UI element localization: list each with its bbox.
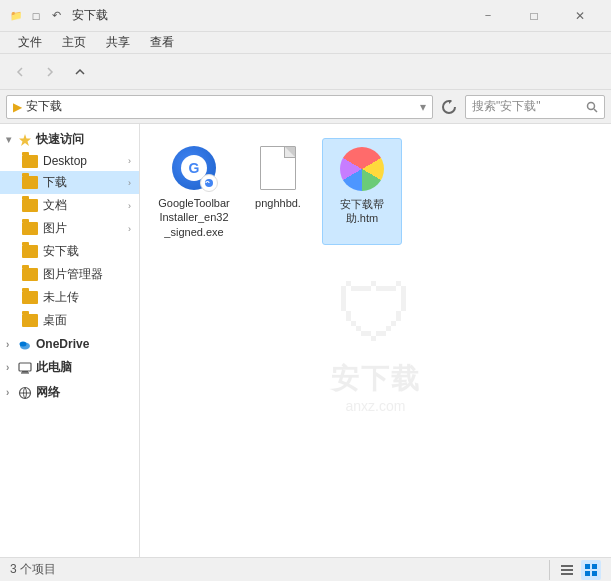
close-button[interactable]: ✕	[557, 0, 603, 32]
minimize-button[interactable]: －	[465, 0, 511, 32]
sidebar-desktop-label: Desktop	[43, 154, 128, 168]
maximize-button[interactable]: □	[511, 0, 557, 32]
notupload-folder-icon	[22, 291, 38, 304]
svg-line-1	[594, 109, 597, 112]
sidebar-thispc-header[interactable]: › 此电脑	[0, 356, 139, 379]
generic-file-icon	[260, 146, 296, 190]
sidebar-documents-label: 文档	[43, 197, 128, 214]
sidebar-quickaccess-header[interactable]: ▾ 快速访问	[0, 128, 139, 151]
sidebar-network-label: 网络	[36, 384, 60, 401]
toolbar	[0, 54, 611, 90]
onedrive-icon	[18, 337, 32, 351]
file-icon-help	[338, 145, 386, 193]
svg-rect-5	[19, 363, 31, 371]
watermark-shield-icon: 🛡	[331, 268, 421, 360]
title-bar-controls: － □ ✕	[465, 0, 603, 32]
thispc-icon	[18, 361, 32, 375]
onedrive-toggle[interactable]: ›	[6, 339, 16, 350]
windows-colors-icon	[340, 147, 384, 191]
title-bar-title: 安下载	[72, 7, 465, 24]
network-toggle[interactable]: ›	[6, 387, 16, 398]
sidebar-item-desktop2[interactable]: 桌面	[0, 309, 139, 332]
watermark-sub: anxz.com	[331, 398, 421, 414]
sidebar-onedrive-header[interactable]: › OneDrive	[0, 334, 139, 354]
desktop2-folder-icon	[22, 314, 38, 327]
file-icon-pnghhbd	[254, 144, 302, 192]
picmanager-folder-icon	[22, 268, 38, 281]
sidebar-item-pictures[interactable]: 图片 ›	[0, 217, 139, 240]
search-box[interactable]: 搜索"安下载"	[465, 95, 605, 119]
quickaccess-star-icon	[18, 133, 32, 147]
new-folder-icon: 📁	[8, 8, 24, 24]
sidebar: ▾ 快速访问 Desktop › 下载 › 文档 › 图片	[0, 124, 140, 557]
sidebar-notupload-label: 未上传	[43, 289, 79, 306]
file-item-google-toolbar[interactable]: G GoogleToolbarInstaller_en32_signed.exe	[154, 138, 234, 245]
network-icon	[18, 386, 32, 400]
sidebar-section-network: › 网络	[0, 381, 139, 404]
svg-rect-14	[585, 564, 590, 569]
thispc-toggle[interactable]: ›	[6, 362, 16, 373]
menu-view[interactable]: 查看	[140, 32, 184, 53]
main-layout: ▾ 快速访问 Desktop › 下载 › 文档 › 图片	[0, 124, 611, 557]
pictures-folder-icon	[22, 222, 38, 235]
file-icon-google: G	[170, 144, 218, 192]
forward-button[interactable]	[36, 58, 64, 86]
file-item-pnghhbd[interactable]: pnghhbd.	[238, 138, 318, 245]
file-item-help[interactable]: 安下载帮助.htm	[322, 138, 402, 245]
search-placeholder-text: 搜索"安下载"	[472, 98, 582, 115]
svg-rect-12	[561, 569, 573, 571]
downloads-folder-icon	[22, 176, 38, 189]
anzaixia-folder-icon	[22, 245, 38, 258]
file-label-pnghhbd: pnghhbd.	[255, 196, 301, 210]
quickaccess-toggle[interactable]: ▾	[6, 134, 16, 145]
sidebar-anzaixia-label: 安下载	[43, 243, 79, 260]
menu-home[interactable]: 主页	[52, 32, 96, 53]
details-view-button[interactable]	[557, 560, 577, 580]
google-badge	[200, 174, 218, 192]
refresh-button[interactable]	[437, 95, 461, 119]
address-path-text: 安下载	[26, 98, 62, 115]
undo-icon: ↶	[48, 8, 64, 24]
folder-icon-small: ▶	[13, 100, 22, 114]
sidebar-item-notupload[interactable]: 未上传	[0, 286, 139, 309]
svg-point-0	[588, 102, 595, 109]
downloads-arrow: ›	[128, 178, 131, 188]
sidebar-item-anzaixia[interactable]: 安下载	[0, 240, 139, 263]
sidebar-item-downloads[interactable]: 下载 ›	[0, 171, 139, 194]
sidebar-pictures-label: 图片	[43, 220, 128, 237]
svg-point-4	[20, 342, 27, 347]
documents-arrow: ›	[128, 201, 131, 211]
files-grid: G GoogleToolbarInstaller_en32_signed.exe…	[150, 134, 601, 249]
title-bar: 📁 □ ↶ 安下载 － □ ✕	[0, 0, 611, 32]
search-icon	[586, 101, 598, 113]
address-path[interactable]: ▶ 安下载 ▾	[6, 95, 433, 119]
sidebar-section-onedrive: › OneDrive	[0, 334, 139, 354]
sidebar-item-desktop[interactable]: Desktop ›	[0, 151, 139, 171]
status-bar: 3 个项目	[0, 557, 611, 581]
menu-file[interactable]: 文件	[8, 32, 52, 53]
svg-rect-15	[592, 564, 597, 569]
menu-share[interactable]: 共享	[96, 32, 140, 53]
quickaccess-label: 快速访问	[36, 131, 84, 148]
svg-rect-11	[561, 565, 573, 567]
documents-folder-icon	[22, 199, 38, 212]
file-label-google: GoogleToolbarInstaller_en32_signed.exe	[158, 196, 230, 239]
sidebar-network-header[interactable]: › 网络	[0, 381, 139, 404]
svg-marker-2	[19, 134, 31, 146]
address-dropdown-arrow[interactable]: ▾	[420, 100, 426, 114]
sidebar-item-picmanager[interactable]: 图片管理器	[0, 263, 139, 286]
sidebar-section-thispc: › 此电脑	[0, 356, 139, 379]
back-button[interactable]	[6, 58, 34, 86]
sidebar-picmanager-label: 图片管理器	[43, 266, 103, 283]
svg-rect-13	[561, 573, 573, 575]
large-icons-view-button[interactable]	[581, 560, 601, 580]
up-button[interactable]	[66, 58, 94, 86]
address-bar: ▶ 安下载 ▾ 搜索"安下载"	[0, 90, 611, 124]
sidebar-section-quickaccess: ▾ 快速访问 Desktop › 下载 › 文档 › 图片	[0, 128, 139, 332]
sidebar-thispc-label: 此电脑	[36, 359, 72, 376]
pictures-arrow: ›	[128, 224, 131, 234]
sidebar-item-documents[interactable]: 文档 ›	[0, 194, 139, 217]
sidebar-downloads-label: 下载	[43, 174, 128, 191]
title-bar-icon2: □	[28, 8, 44, 24]
title-bar-icons: 📁 □ ↶	[8, 8, 64, 24]
